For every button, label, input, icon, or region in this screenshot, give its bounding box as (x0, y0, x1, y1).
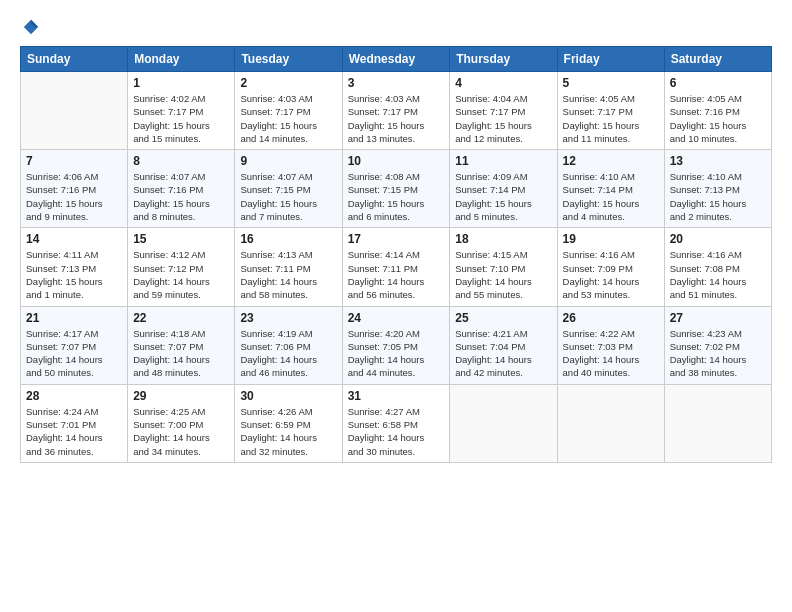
day-number: 27 (670, 311, 766, 325)
day-cell: 11Sunrise: 4:09 AM Sunset: 7:14 PM Dayli… (450, 150, 557, 228)
day-number: 24 (348, 311, 445, 325)
header (20, 18, 772, 36)
day-cell: 19Sunrise: 4:16 AM Sunset: 7:09 PM Dayli… (557, 228, 664, 306)
day-cell (557, 384, 664, 462)
day-number: 5 (563, 76, 659, 90)
day-info: Sunrise: 4:11 AM Sunset: 7:13 PM Dayligh… (26, 248, 122, 301)
day-info: Sunrise: 4:07 AM Sunset: 7:15 PM Dayligh… (240, 170, 336, 223)
day-number: 11 (455, 154, 551, 168)
day-number: 16 (240, 232, 336, 246)
day-number: 30 (240, 389, 336, 403)
day-cell: 8Sunrise: 4:07 AM Sunset: 7:16 PM Daylig… (128, 150, 235, 228)
day-cell: 16Sunrise: 4:13 AM Sunset: 7:11 PM Dayli… (235, 228, 342, 306)
day-info: Sunrise: 4:08 AM Sunset: 7:15 PM Dayligh… (348, 170, 445, 223)
day-cell: 21Sunrise: 4:17 AM Sunset: 7:07 PM Dayli… (21, 306, 128, 384)
day-cell: 5Sunrise: 4:05 AM Sunset: 7:17 PM Daylig… (557, 72, 664, 150)
day-cell: 30Sunrise: 4:26 AM Sunset: 6:59 PM Dayli… (235, 384, 342, 462)
day-info: Sunrise: 4:15 AM Sunset: 7:10 PM Dayligh… (455, 248, 551, 301)
day-cell: 14Sunrise: 4:11 AM Sunset: 7:13 PM Dayli… (21, 228, 128, 306)
day-cell: 23Sunrise: 4:19 AM Sunset: 7:06 PM Dayli… (235, 306, 342, 384)
day-cell: 6Sunrise: 4:05 AM Sunset: 7:16 PM Daylig… (664, 72, 771, 150)
day-number: 31 (348, 389, 445, 403)
day-info: Sunrise: 4:04 AM Sunset: 7:17 PM Dayligh… (455, 92, 551, 145)
day-cell: 7Sunrise: 4:06 AM Sunset: 7:16 PM Daylig… (21, 150, 128, 228)
day-cell: 17Sunrise: 4:14 AM Sunset: 7:11 PM Dayli… (342, 228, 450, 306)
day-number: 3 (348, 76, 445, 90)
day-cell: 15Sunrise: 4:12 AM Sunset: 7:12 PM Dayli… (128, 228, 235, 306)
week-row-2: 7Sunrise: 4:06 AM Sunset: 7:16 PM Daylig… (21, 150, 772, 228)
day-number: 29 (133, 389, 229, 403)
day-number: 21 (26, 311, 122, 325)
day-info: Sunrise: 4:14 AM Sunset: 7:11 PM Dayligh… (348, 248, 445, 301)
day-number: 6 (670, 76, 766, 90)
day-number: 14 (26, 232, 122, 246)
day-info: Sunrise: 4:16 AM Sunset: 7:08 PM Dayligh… (670, 248, 766, 301)
day-number: 23 (240, 311, 336, 325)
day-number: 4 (455, 76, 551, 90)
day-info: Sunrise: 4:13 AM Sunset: 7:11 PM Dayligh… (240, 248, 336, 301)
day-number: 13 (670, 154, 766, 168)
page: SundayMondayTuesdayWednesdayThursdayFrid… (0, 0, 792, 612)
day-cell: 25Sunrise: 4:21 AM Sunset: 7:04 PM Dayli… (450, 306, 557, 384)
day-cell: 10Sunrise: 4:08 AM Sunset: 7:15 PM Dayli… (342, 150, 450, 228)
day-cell (664, 384, 771, 462)
day-info: Sunrise: 4:12 AM Sunset: 7:12 PM Dayligh… (133, 248, 229, 301)
day-number: 18 (455, 232, 551, 246)
day-number: 28 (26, 389, 122, 403)
day-cell: 13Sunrise: 4:10 AM Sunset: 7:13 PM Dayli… (664, 150, 771, 228)
day-number: 17 (348, 232, 445, 246)
day-number: 1 (133, 76, 229, 90)
day-info: Sunrise: 4:23 AM Sunset: 7:02 PM Dayligh… (670, 327, 766, 380)
logo-icon (22, 18, 40, 36)
col-header-wednesday: Wednesday (342, 47, 450, 72)
day-info: Sunrise: 4:25 AM Sunset: 7:00 PM Dayligh… (133, 405, 229, 458)
day-info: Sunrise: 4:10 AM Sunset: 7:14 PM Dayligh… (563, 170, 659, 223)
day-cell: 26Sunrise: 4:22 AM Sunset: 7:03 PM Dayli… (557, 306, 664, 384)
calendar-table: SundayMondayTuesdayWednesdayThursdayFrid… (20, 46, 772, 463)
day-cell: 12Sunrise: 4:10 AM Sunset: 7:14 PM Dayli… (557, 150, 664, 228)
day-info: Sunrise: 4:03 AM Sunset: 7:17 PM Dayligh… (348, 92, 445, 145)
day-info: Sunrise: 4:20 AM Sunset: 7:05 PM Dayligh… (348, 327, 445, 380)
week-row-5: 28Sunrise: 4:24 AM Sunset: 7:01 PM Dayli… (21, 384, 772, 462)
col-header-tuesday: Tuesday (235, 47, 342, 72)
day-number: 10 (348, 154, 445, 168)
logo (20, 18, 40, 36)
calendar-header-row: SundayMondayTuesdayWednesdayThursdayFrid… (21, 47, 772, 72)
day-cell: 1Sunrise: 4:02 AM Sunset: 7:17 PM Daylig… (128, 72, 235, 150)
day-info: Sunrise: 4:06 AM Sunset: 7:16 PM Dayligh… (26, 170, 122, 223)
day-info: Sunrise: 4:21 AM Sunset: 7:04 PM Dayligh… (455, 327, 551, 380)
day-info: Sunrise: 4:17 AM Sunset: 7:07 PM Dayligh… (26, 327, 122, 380)
day-info: Sunrise: 4:02 AM Sunset: 7:17 PM Dayligh… (133, 92, 229, 145)
day-cell: 28Sunrise: 4:24 AM Sunset: 7:01 PM Dayli… (21, 384, 128, 462)
col-header-friday: Friday (557, 47, 664, 72)
day-cell: 4Sunrise: 4:04 AM Sunset: 7:17 PM Daylig… (450, 72, 557, 150)
day-number: 26 (563, 311, 659, 325)
week-row-1: 1Sunrise: 4:02 AM Sunset: 7:17 PM Daylig… (21, 72, 772, 150)
day-cell (21, 72, 128, 150)
day-cell: 18Sunrise: 4:15 AM Sunset: 7:10 PM Dayli… (450, 228, 557, 306)
day-cell: 22Sunrise: 4:18 AM Sunset: 7:07 PM Dayli… (128, 306, 235, 384)
day-number: 2 (240, 76, 336, 90)
day-cell: 31Sunrise: 4:27 AM Sunset: 6:58 PM Dayli… (342, 384, 450, 462)
col-header-sunday: Sunday (21, 47, 128, 72)
day-number: 9 (240, 154, 336, 168)
day-info: Sunrise: 4:18 AM Sunset: 7:07 PM Dayligh… (133, 327, 229, 380)
week-row-3: 14Sunrise: 4:11 AM Sunset: 7:13 PM Dayli… (21, 228, 772, 306)
day-number: 15 (133, 232, 229, 246)
day-number: 8 (133, 154, 229, 168)
day-info: Sunrise: 4:10 AM Sunset: 7:13 PM Dayligh… (670, 170, 766, 223)
day-number: 20 (670, 232, 766, 246)
day-info: Sunrise: 4:09 AM Sunset: 7:14 PM Dayligh… (455, 170, 551, 223)
day-info: Sunrise: 4:27 AM Sunset: 6:58 PM Dayligh… (348, 405, 445, 458)
day-cell: 3Sunrise: 4:03 AM Sunset: 7:17 PM Daylig… (342, 72, 450, 150)
day-info: Sunrise: 4:03 AM Sunset: 7:17 PM Dayligh… (240, 92, 336, 145)
day-info: Sunrise: 4:16 AM Sunset: 7:09 PM Dayligh… (563, 248, 659, 301)
day-info: Sunrise: 4:05 AM Sunset: 7:17 PM Dayligh… (563, 92, 659, 145)
day-info: Sunrise: 4:26 AM Sunset: 6:59 PM Dayligh… (240, 405, 336, 458)
day-number: 22 (133, 311, 229, 325)
day-cell: 27Sunrise: 4:23 AM Sunset: 7:02 PM Dayli… (664, 306, 771, 384)
day-cell: 2Sunrise: 4:03 AM Sunset: 7:17 PM Daylig… (235, 72, 342, 150)
day-cell: 20Sunrise: 4:16 AM Sunset: 7:08 PM Dayli… (664, 228, 771, 306)
day-cell (450, 384, 557, 462)
day-number: 25 (455, 311, 551, 325)
